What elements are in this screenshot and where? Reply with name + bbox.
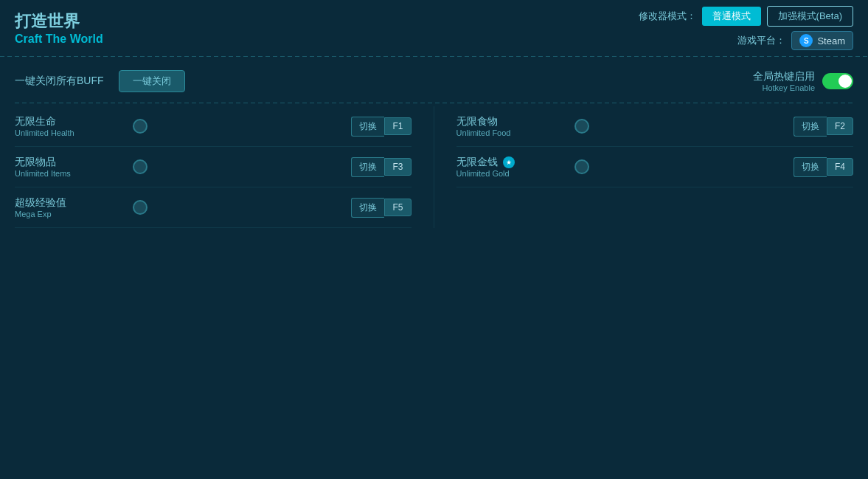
cheat-cn-label: 无限生命 bbox=[15, 115, 133, 128]
cheat-name-block: 无限物品 Unlimited Items bbox=[15, 156, 133, 178]
switch-btn-f3[interactable]: 切换 bbox=[351, 157, 384, 177]
mode-label: 修改器模式： bbox=[639, 10, 696, 23]
cheat-key-group: 切换 F5 bbox=[351, 198, 411, 218]
hotkey-main-label: 全局热键启用 bbox=[753, 70, 815, 83]
content-divider bbox=[15, 103, 853, 103]
cheat-cn-label: 无限物品 bbox=[15, 156, 133, 169]
cheat-key-group: 切换 F3 bbox=[351, 157, 411, 177]
right-column: 无限食物 Unlimited Food 切换 F2 无限金钱 ★ Unlimit… bbox=[434, 106, 854, 228]
top-right: 修改器模式： 普通模式 加强模式(Beta) 游戏平台： S Steam bbox=[639, 6, 853, 50]
cheat-toggle-unlimited-items[interactable] bbox=[133, 159, 147, 174]
hotkey-sub-label: Hotkey Enable bbox=[753, 83, 815, 92]
left-controls: 一键关闭所有BUFF 一键关闭 bbox=[15, 70, 185, 92]
cheat-en-label: Unlimited Health bbox=[15, 128, 133, 137]
platform-label: 游戏平台： bbox=[737, 34, 785, 47]
switch-btn-f1[interactable]: 切换 bbox=[351, 117, 384, 137]
cheat-unlimited-gold: 无限金钱 ★ Unlimited Gold 切换 F4 bbox=[456, 147, 854, 187]
title-block: 打造世界 Craft The World bbox=[15, 10, 103, 46]
content-area: 一键关闭所有BUFF 一键关闭 全局热键启用 Hotkey Enable 无限生… bbox=[0, 57, 868, 235]
sub-title: Craft The World bbox=[15, 32, 103, 46]
cheat-en-label: Unlimited Food bbox=[456, 128, 574, 137]
key-badge-f4: F4 bbox=[827, 158, 853, 176]
cheat-toggle-unlimited-food[interactable] bbox=[574, 119, 589, 134]
switch-btn-f5[interactable]: 切换 bbox=[351, 198, 384, 218]
cheat-key-group: 切换 F1 bbox=[351, 117, 411, 137]
cheat-cn-label: 无限金钱 ★ bbox=[456, 156, 574, 169]
cheat-toggle-unlimited-gold[interactable] bbox=[574, 159, 589, 174]
cheats-container: 无限生命 Unlimited Health 切换 F1 无限物品 Unlimit… bbox=[15, 106, 853, 228]
cheat-name-block: 超级经验值 Mega Exp bbox=[15, 196, 133, 218]
right-controls: 全局热键启用 Hotkey Enable bbox=[753, 70, 853, 92]
switch-btn-f4[interactable]: 切换 bbox=[794, 157, 827, 177]
key-badge-f2: F2 bbox=[827, 117, 853, 135]
cheat-unlimited-food: 无限食物 Unlimited Food 切换 F2 bbox=[456, 106, 854, 147]
steam-badge: S Steam bbox=[791, 31, 853, 50]
cheat-en-label: Unlimited Gold bbox=[456, 169, 574, 178]
cheat-cn-label: 无限食物 bbox=[456, 115, 574, 128]
cheat-toggle-unlimited-health[interactable] bbox=[133, 119, 147, 134]
main-title: 打造世界 bbox=[15, 10, 103, 32]
cheat-name-block: 无限生命 Unlimited Health bbox=[15, 115, 133, 137]
key-badge-f1: F1 bbox=[384, 117, 411, 135]
mode-row: 修改器模式： 普通模式 加强模式(Beta) bbox=[639, 6, 853, 27]
cheat-name-block: 无限金钱 ★ Unlimited Gold bbox=[456, 156, 574, 178]
key-badge-f5: F5 bbox=[384, 199, 411, 216]
cheat-cn-label: 超级经验值 bbox=[15, 196, 133, 210]
cheat-unlimited-health: 无限生命 Unlimited Health 切换 F1 bbox=[15, 106, 412, 147]
hotkey-toggle[interactable] bbox=[822, 73, 853, 89]
top-controls: 一键关闭所有BUFF 一键关闭 全局热键启用 Hotkey Enable bbox=[15, 64, 853, 103]
switch-btn-f2[interactable]: 切换 bbox=[794, 117, 827, 137]
top-bar: 打造世界 Craft The World 修改器模式： 普通模式 加强模式(Be… bbox=[0, 0, 868, 56]
disable-all-label: 一键关闭所有BUFF bbox=[15, 75, 104, 88]
hotkey-text-block: 全局热键启用 Hotkey Enable bbox=[753, 70, 815, 92]
disable-all-button[interactable]: 一键关闭 bbox=[119, 70, 185, 92]
beta-mode-button[interactable]: 加强模式(Beta) bbox=[767, 6, 853, 27]
cheat-en-label: Unlimited Items bbox=[15, 169, 133, 178]
left-column: 无限生命 Unlimited Health 切换 F1 无限物品 Unlimit… bbox=[15, 106, 434, 228]
cheat-unlimited-items: 无限物品 Unlimited Items 切换 F3 bbox=[15, 147, 412, 187]
cheat-toggle-mega-exp[interactable] bbox=[133, 200, 147, 215]
cheat-en-label: Mega Exp bbox=[15, 210, 133, 218]
key-badge-f3: F3 bbox=[384, 158, 411, 176]
platform-row: 游戏平台： S Steam bbox=[737, 31, 853, 50]
star-badge: ★ bbox=[503, 156, 515, 168]
steam-icon: S bbox=[799, 34, 813, 47]
cheat-key-group: 切换 F2 bbox=[794, 117, 853, 137]
steam-label: Steam bbox=[817, 35, 845, 46]
cheat-mega-exp: 超级经验值 Mega Exp 切换 F5 bbox=[15, 187, 412, 228]
cheat-key-group: 切换 F4 bbox=[794, 157, 853, 177]
normal-mode-button[interactable]: 普通模式 bbox=[702, 7, 761, 26]
cheat-name-block: 无限食物 Unlimited Food bbox=[456, 115, 574, 137]
